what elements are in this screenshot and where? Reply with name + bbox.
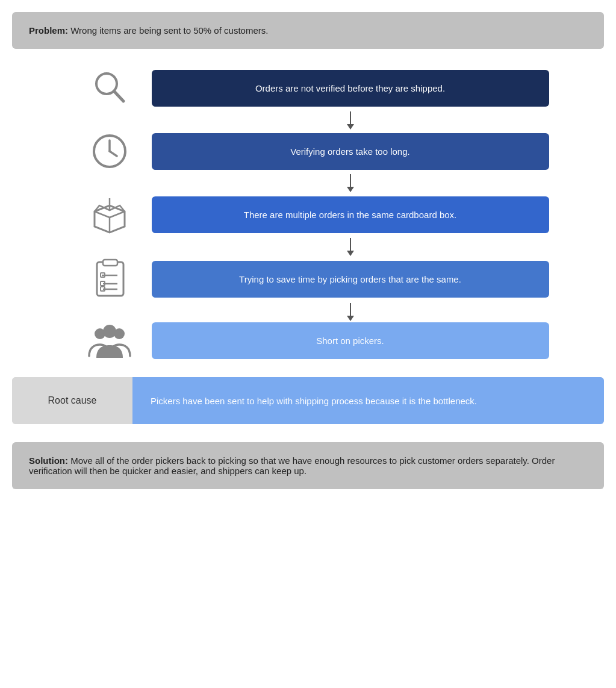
- step-box-1: Orders are not verified before they are …: [152, 70, 549, 107]
- clock-icon: [89, 131, 130, 172]
- solution-text: Move all of the order pickers back to pi…: [29, 455, 555, 476]
- arrow-1: [67, 109, 549, 131]
- diagram-row-3: There are multiple orders in the same ca…: [12, 193, 604, 236]
- icon-cell-2: [67, 131, 152, 172]
- diagram-row-1: Orders are not verified before they are …: [12, 67, 604, 109]
- icon-cell-3: [67, 193, 152, 236]
- svg-line-6: [95, 211, 110, 217]
- checklist-icon: [90, 257, 129, 301]
- svg-line-4: [110, 151, 117, 156]
- svg-rect-11: [103, 260, 117, 266]
- arrow-3: [67, 236, 549, 257]
- step-box-2: Verifying orders take too long.: [152, 133, 549, 170]
- problem-box: Problem: Wrong items are being sent to 5…: [12, 12, 604, 49]
- root-cause-content: Pickers have been sent to help with ship…: [132, 377, 604, 424]
- icon-cell-5: [67, 323, 152, 359]
- icon-cell-1: [67, 67, 152, 109]
- svg-line-1: [114, 92, 123, 101]
- diagram-row-5: Short on pickers.: [12, 322, 604, 359]
- arrow-2: [67, 172, 549, 193]
- svg-line-7: [110, 211, 125, 217]
- diagram-row-2: Verifying orders take too long.: [12, 131, 604, 172]
- diagram-area: Orders are not verified before they are …: [12, 67, 604, 359]
- solution-label: Solution:: [29, 455, 68, 466]
- diagram-row-4: Trying to save time by picking orders th…: [12, 257, 604, 301]
- problem-text: Wrong items are being sent to 50% of cus…: [68, 25, 268, 36]
- arrow-4: [67, 301, 549, 322]
- root-cause-label: Root cause: [12, 377, 132, 424]
- solution-box: Solution: Move all of the order pickers …: [12, 442, 604, 489]
- problem-label: Problem:: [29, 25, 68, 36]
- svg-point-21: [103, 325, 116, 338]
- step-box-5: Short on pickers.: [152, 322, 549, 359]
- root-cause-section: Root cause Pickers have been sent to hel…: [12, 377, 604, 424]
- box-icon: [89, 193, 131, 236]
- icon-cell-4: [67, 257, 152, 301]
- magnifier-icon: [89, 67, 131, 109]
- people-icon: [88, 323, 131, 359]
- step-box-4: Trying to save time by picking orders th…: [152, 261, 549, 298]
- step-box-3: There are multiple orders in the same ca…: [152, 196, 549, 233]
